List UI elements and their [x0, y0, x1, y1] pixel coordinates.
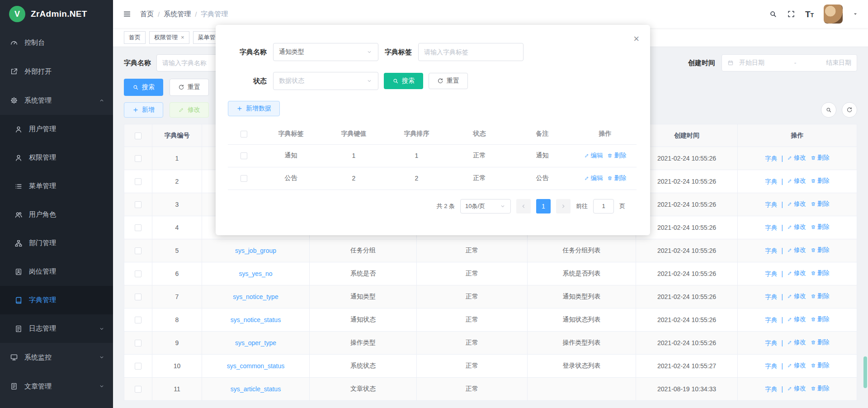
dict-tag-input[interactable]: [418, 43, 524, 61]
date-range-picker[interactable]: 开始日期 - 结束日期: [722, 54, 857, 71]
edit-row-link[interactable]: 修改: [787, 338, 806, 346]
row-checkbox[interactable]: [135, 201, 142, 208]
row-checkbox[interactable]: [135, 270, 142, 277]
sidebar-item-dict-management[interactable]: 字典管理: [0, 286, 113, 314]
dict-name-select[interactable]: 通知类型: [273, 43, 378, 61]
prev-page-button[interactable]: [516, 199, 531, 213]
edit-row-link[interactable]: 编辑: [584, 152, 603, 160]
search-button[interactable]: 搜索: [124, 79, 163, 96]
tab-permission-management[interactable]: 权限管理 ×: [149, 31, 189, 44]
dict-data-link[interactable]: 字典: [765, 224, 777, 232]
row-checkbox[interactable]: [135, 224, 142, 231]
row-checkbox[interactable]: [241, 175, 247, 182]
sidebar-item-article-management[interactable]: 文章管理: [0, 372, 113, 401]
select-all-checkbox[interactable]: [241, 131, 247, 138]
next-page-button[interactable]: [556, 199, 571, 213]
dict-type-link[interactable]: sys_job_group: [235, 247, 276, 254]
delete-row-link[interactable]: 删除: [607, 174, 626, 182]
edit-row-link[interactable]: 修改: [787, 384, 806, 393]
refresh-table-button[interactable]: [842, 102, 857, 118]
dict-type-link[interactable]: sys_article_status: [231, 385, 281, 393]
row-checkbox[interactable]: [135, 386, 142, 393]
dict-data-link[interactable]: 字典: [765, 155, 777, 163]
sidebar-item-log-management[interactable]: 日志管理: [0, 314, 113, 343]
dialog-reset-button[interactable]: 重置: [429, 73, 468, 89]
row-checkbox[interactable]: [135, 317, 142, 323]
dict-type-link[interactable]: sys_common_status: [227, 362, 285, 370]
dict-type-link[interactable]: sys_yes_no: [239, 270, 273, 277]
edit-row-link[interactable]: 修改: [787, 200, 806, 208]
sidebar-item-department-management[interactable]: 部门管理: [0, 229, 113, 257]
delete-row-link[interactable]: 删除: [811, 154, 830, 162]
delete-row-link[interactable]: 删除: [811, 177, 830, 185]
edit-row-link[interactable]: 修改: [787, 154, 806, 162]
edit-row-link[interactable]: 修改: [787, 177, 806, 185]
page-size-select[interactable]: 10条/页: [460, 199, 511, 213]
goto-page-input[interactable]: [593, 199, 614, 213]
dict-data-link[interactable]: 字典: [765, 178, 777, 186]
page-scrollbar-thumb[interactable]: [863, 356, 867, 388]
edit-row-link[interactable]: 修改: [787, 246, 806, 254]
delete-row-link[interactable]: 删除: [811, 246, 830, 254]
edit-button[interactable]: 修改: [170, 102, 209, 118]
dict-data-link[interactable]: 字典: [765, 339, 777, 347]
dict-data-link[interactable]: 字典: [765, 270, 777, 278]
dict-type-link[interactable]: sys_oper_type: [235, 339, 276, 346]
dict-data-link[interactable]: 字典: [765, 201, 777, 209]
caret-down-icon[interactable]: [853, 11, 858, 17]
row-checkbox[interactable]: [135, 363, 142, 370]
show-search-button[interactable]: [821, 102, 836, 118]
dict-type-link[interactable]: sys_notice_status: [231, 316, 281, 323]
edit-row-link[interactable]: 修改: [787, 361, 806, 370]
sidebar-item-user-management[interactable]: 用户管理: [0, 115, 113, 143]
edit-row-link[interactable]: 修改: [787, 315, 806, 323]
add-button[interactable]: 新增: [124, 102, 163, 118]
dict-data-link[interactable]: 字典: [765, 385, 777, 394]
select-all-checkbox[interactable]: [135, 133, 142, 139]
delete-row-link[interactable]: 删除: [811, 361, 830, 370]
sidebar-item-user-role[interactable]: 用户角色: [0, 200, 113, 229]
breadcrumb-home[interactable]: 首页: [140, 10, 154, 19]
delete-row-link[interactable]: 删除: [811, 223, 830, 231]
delete-row-link[interactable]: 删除: [811, 292, 830, 300]
edit-row-link[interactable]: 修改: [787, 269, 806, 277]
edit-row-link[interactable]: 编辑: [584, 174, 603, 182]
status-select[interactable]: 数据状态: [273, 72, 378, 90]
tab-home[interactable]: 首页: [124, 31, 146, 44]
sidebar-item-post-management[interactable]: 岗位管理: [0, 257, 113, 286]
row-checkbox[interactable]: [135, 155, 142, 162]
dict-data-link[interactable]: 字典: [765, 247, 777, 255]
fullscreen-icon[interactable]: [787, 10, 795, 18]
row-checkbox[interactable]: [135, 178, 142, 185]
sidebar-item-permission-management[interactable]: 权限管理: [0, 143, 113, 172]
dict-data-link[interactable]: 字典: [765, 316, 777, 324]
search-icon[interactable]: [769, 10, 777, 18]
delete-row-link[interactable]: 删除: [811, 338, 830, 346]
current-page-button[interactable]: 1: [536, 199, 551, 213]
dict-data-link[interactable]: 字典: [765, 293, 777, 301]
sidebar-item-external-open[interactable]: 外部打开: [0, 57, 113, 86]
delete-row-link[interactable]: 删除: [811, 200, 830, 208]
sidebar-item-system-management[interactable]: 系统管理: [0, 86, 113, 115]
sidebar-toggle-button[interactable]: [123, 10, 131, 18]
edit-row-link[interactable]: 修改: [787, 292, 806, 300]
dict-data-link[interactable]: 字典: [765, 362, 777, 370]
user-avatar[interactable]: [824, 5, 843, 24]
delete-row-link[interactable]: 删除: [811, 315, 830, 323]
close-icon[interactable]: ×: [181, 34, 184, 40]
font-size-icon[interactable]: TT: [805, 10, 814, 19]
sidebar-item-system-monitor[interactable]: 系统监控: [0, 343, 113, 372]
close-icon[interactable]: ×: [633, 34, 639, 44]
row-checkbox[interactable]: [135, 294, 142, 300]
sidebar-item-dashboard[interactable]: 控制台: [0, 28, 113, 57]
delete-row-link[interactable]: 删除: [607, 152, 626, 160]
add-dict-data-button[interactable]: 新增数据: [228, 101, 280, 116]
reset-button[interactable]: 重置: [170, 79, 209, 96]
dialog-search-button[interactable]: 搜索: [384, 73, 423, 89]
edit-row-link[interactable]: 修改: [787, 223, 806, 231]
dict-type-link[interactable]: sys_notice_type: [233, 293, 278, 300]
delete-row-link[interactable]: 删除: [811, 384, 830, 393]
row-checkbox[interactable]: [135, 340, 142, 346]
delete-row-link[interactable]: 删除: [811, 269, 830, 277]
row-checkbox[interactable]: [135, 247, 142, 254]
